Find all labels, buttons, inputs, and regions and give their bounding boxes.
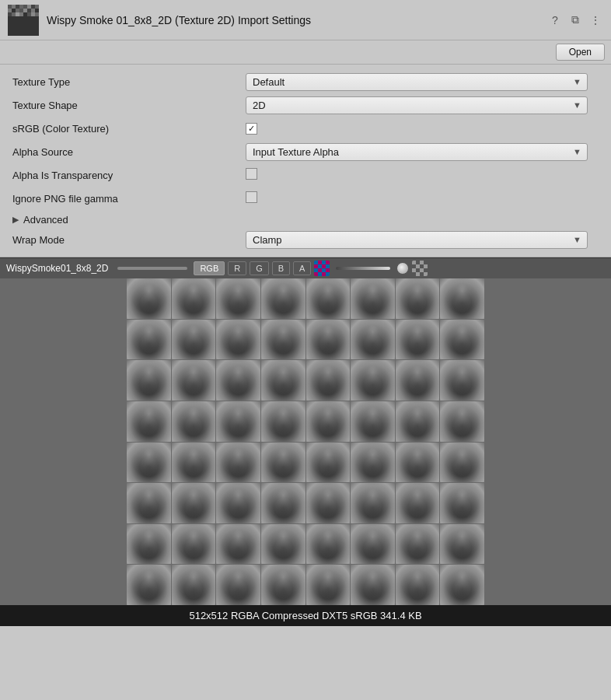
wrap-mode-select[interactable]: Clamp Repeat Mirror Mirror Once (246, 231, 588, 249)
texture-grid (127, 278, 484, 605)
smoke-cell (396, 401, 440, 442)
advanced-section-toggle[interactable]: ▶ Advanced (12, 214, 599, 226)
open-button[interactable]: Open (556, 44, 605, 61)
smoke-cell (127, 401, 171, 442)
svg-rect-16 (35, 9, 39, 12)
smoke-cell (216, 443, 260, 483)
preview-texture-name: WispySmoke01_8x8_2D (6, 263, 108, 274)
channel-g-button[interactable]: G (250, 261, 269, 275)
svg-rect-1 (8, 5, 12, 9)
texture-type-control[interactable]: Default Normal map Editor GUI and Legacy… (246, 73, 588, 91)
alpha-transparency-label: Alpha Is Transparency (12, 170, 246, 181)
title-bar-icons: ? ⧉ ⋮ (547, 12, 603, 28)
smoke-cell (172, 483, 216, 523)
svg-rect-20 (19, 12, 23, 16)
smoke-cell (440, 320, 484, 360)
title-bar: Wispy Smoke 01_8x8_2D (Texture 2D) Impor… (0, 0, 611, 40)
wrap-mode-label: Wrap Mode (12, 234, 246, 246)
preview-toolbar: WispySmoke01_8x8_2D RGB R G B A (0, 257, 611, 278)
smoke-cell (351, 524, 395, 565)
open-button-row: Open (0, 40, 611, 65)
smoke-cell (216, 360, 260, 401)
smoke-cell (306, 278, 351, 319)
smoke-cell (261, 278, 306, 319)
svg-rect-13 (23, 9, 27, 12)
svg-rect-9 (8, 9, 12, 12)
smoke-cell (261, 443, 306, 483)
channel-a-button[interactable]: A (293, 261, 311, 275)
texture-shape-select[interactable]: 2D Cube 2D Array 3D (246, 96, 588, 114)
alpha-transparency-checkbox[interactable] (246, 168, 257, 180)
smoke-cell (261, 360, 306, 401)
smoke-cell (216, 483, 260, 523)
srgb-checkbox[interactable] (246, 123, 257, 135)
texture-shape-control[interactable]: 2D Cube 2D Array 3D ▼ (246, 96, 588, 114)
advanced-label: Advanced (23, 214, 68, 226)
svg-rect-10 (12, 9, 16, 12)
brightness-slider-track[interactable] (117, 267, 187, 270)
svg-rect-23 (31, 12, 35, 16)
texture-shape-label: Texture Shape (12, 100, 246, 111)
smoke-cell (261, 320, 306, 360)
smoke-cell (172, 565, 216, 605)
channel-r-button[interactable]: R (228, 261, 246, 275)
ignore-png-control (246, 191, 599, 205)
smoke-cell (306, 360, 351, 401)
smoke-cell (396, 360, 440, 401)
more-options-icon[interactable]: ⋮ (588, 12, 603, 28)
smoke-cell (306, 401, 351, 442)
checkerboard-icon[interactable] (314, 261, 330, 276)
smoke-cell (440, 443, 484, 483)
help-icon[interactable]: ? (547, 12, 563, 28)
svg-rect-18 (12, 12, 16, 16)
smoke-cell (396, 443, 440, 483)
smoke-cell (261, 524, 306, 565)
alpha-transparency-control (246, 168, 599, 182)
smoke-cell (351, 483, 395, 523)
smoke-cell (216, 401, 260, 442)
channel-b-button[interactable]: B (272, 261, 290, 275)
svg-rect-2 (12, 5, 16, 9)
srgb-row: sRGB (Color Texture) (12, 119, 599, 138)
smoke-cell (127, 278, 171, 319)
smoke-cell (261, 483, 306, 523)
alpha-source-control[interactable]: Input Texture Alpha None From Gray Scale… (246, 143, 588, 161)
smoke-cell (306, 565, 351, 605)
smoke-cell (440, 565, 484, 605)
smoke-cell (127, 360, 171, 401)
smoke-cell (127, 483, 171, 523)
status-text: 512x512 RGBA Compressed DXT5 sRGB 341.4 … (189, 610, 421, 621)
svg-rect-3 (16, 5, 19, 9)
texture-type-select[interactable]: Default Normal map Editor GUI and Legacy… (246, 73, 588, 91)
end-checker-icon (412, 261, 428, 276)
srgb-label: sRGB (Color Texture) (12, 123, 246, 135)
svg-rect-15 (31, 9, 35, 12)
svg-rect-11 (16, 9, 19, 12)
settings-panel: Texture Type Default Normal map Editor G… (0, 65, 611, 257)
alpha-source-label: Alpha Source (12, 146, 246, 158)
smoke-cell (440, 401, 484, 442)
settings-sliders-icon[interactable]: ⧉ (567, 12, 583, 28)
smoke-cell (127, 565, 171, 605)
smoke-cell (351, 320, 395, 360)
smoke-cell (216, 320, 260, 360)
svg-rect-17 (8, 12, 12, 16)
svg-rect-19 (16, 12, 19, 16)
smoke-cell (396, 320, 440, 360)
svg-rect-12 (19, 9, 23, 12)
exposure-slider-knob[interactable] (396, 262, 409, 275)
smoke-cell (396, 565, 440, 605)
wrap-mode-control[interactable]: Clamp Repeat Mirror Mirror Once ▼ (246, 231, 588, 249)
svg-rect-22 (27, 12, 31, 16)
channel-rgb-button[interactable]: RGB (194, 261, 225, 275)
srgb-control (246, 122, 599, 135)
alpha-source-select[interactable]: Input Texture Alpha None From Gray Scale (246, 143, 588, 161)
smoke-cell (127, 320, 171, 360)
texture-preview-area (0, 278, 611, 605)
texture-shape-row: Texture Shape 2D Cube 2D Array 3D ▼ (12, 96, 599, 114)
svg-rect-4 (19, 5, 23, 9)
smoke-cell (261, 565, 306, 605)
exposure-slider-track[interactable] (336, 267, 390, 270)
ignore-png-checkbox[interactable] (246, 191, 257, 203)
smoke-cell (172, 360, 216, 401)
